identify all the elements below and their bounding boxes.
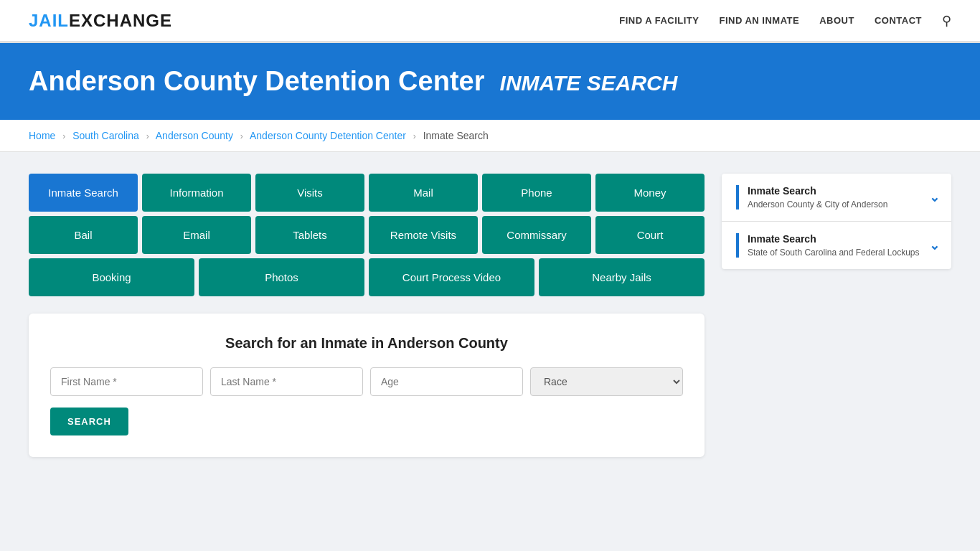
page-title: Anderson County Detention Center INMATE … [29,66,951,97]
btn-nearby-jails[interactable]: Nearby Jails [539,258,705,296]
logo-exchange: EXCHANGE [69,11,172,30]
sidebar-item-anderson-content: Inmate Search Anderson County & City of … [736,185,887,209]
race-select[interactable]: Race All White Black Hispanic Asian Othe… [530,367,683,396]
chevron-down-icon: ⌄ [929,189,940,205]
age-input[interactable] [370,367,523,396]
sidebar-item-sc-sub: State of South Carolina and Federal Lock… [748,248,919,258]
btn-visits[interactable]: Visits [255,174,364,212]
breadcrumb-sep-4: › [413,131,416,141]
btn-money[interactable]: Money [595,174,705,212]
sidebar-item-sc-title: Inmate Search [748,233,919,245]
breadcrumb-facility[interactable]: Anderson County Detention Center [250,130,406,141]
btn-tablets[interactable]: Tablets [255,216,364,254]
btn-email[interactable]: Email [142,216,251,254]
breadcrumb-current: Inmate Search [423,130,489,141]
btn-bail[interactable]: Bail [29,216,138,254]
chevron-down-icon-2: ⌄ [929,237,940,253]
sidebar-card: Inmate Search Anderson County & City of … [722,174,951,269]
sidebar-item-anderson[interactable]: Inmate Search Anderson County & City of … [722,174,951,222]
btn-photos[interactable]: Photos [199,258,364,296]
nav-contact[interactable]: CONTACT [875,15,922,26]
nav-find-inmate[interactable]: FIND AN INMATE [719,15,799,26]
breadcrumb-anderson-county[interactable]: Anderson County [156,130,233,141]
sidebar-item-anderson-sub: Anderson County & City of Anderson [748,199,887,209]
page-title-main: Anderson County Detention Center [29,66,484,96]
nav-buttons-grid: Inmate Search Information Visits Mail Ph… [29,174,705,296]
search-form-row: Race All White Black Hispanic Asian Othe… [50,367,683,396]
breadcrumb-home[interactable]: Home [29,130,55,141]
right-sidebar: Inmate Search Anderson County & City of … [722,174,951,269]
site-logo[interactable]: JAILEXCHANGE [29,11,172,31]
search-icon[interactable]: ⚲ [942,13,951,29]
btn-court-process-video[interactable]: Court Process Video [369,258,534,296]
search-form-title: Search for an Inmate in Anderson County [50,335,683,352]
sidebar-item-sc-federal[interactable]: Inmate Search State of South Carolina an… [722,222,951,269]
btn-inmate-search[interactable]: Inmate Search [29,174,138,212]
main-nav: FIND A FACILITY FIND AN INMATE ABOUT CON… [619,13,951,29]
btn-remote-visits[interactable]: Remote Visits [369,216,478,254]
main-content: Inmate Search Information Visits Mail Ph… [0,152,980,479]
sidebar-item-anderson-title: Inmate Search [748,185,887,197]
btn-court[interactable]: Court [595,216,705,254]
logo-jail: JAIL [29,11,69,30]
btn-phone[interactable]: Phone [482,174,591,212]
site-header: JAILEXCHANGE FIND A FACILITY FIND AN INM… [0,0,980,43]
btn-booking[interactable]: Booking [29,258,194,296]
sidebar-item-sc-content: Inmate Search State of South Carolina an… [736,233,919,258]
first-name-input[interactable] [50,367,203,396]
breadcrumb-sep-3: › [240,131,243,141]
btn-mail[interactable]: Mail [369,174,478,212]
hero-banner: Anderson County Detention Center INMATE … [0,43,980,120]
search-button[interactable]: SEARCH [50,408,128,435]
inmate-search-form: Search for an Inmate in Anderson County … [29,314,705,457]
breadcrumb-sc[interactable]: South Carolina [72,130,139,141]
page-title-italic: INMATE SEARCH [500,71,678,95]
breadcrumb: Home › South Carolina › Anderson County … [0,120,980,152]
nav-about[interactable]: ABOUT [819,15,854,26]
btn-commissary[interactable]: Commissary [482,216,591,254]
last-name-input[interactable] [210,367,363,396]
left-column: Inmate Search Information Visits Mail Ph… [29,174,705,457]
btn-information[interactable]: Information [142,174,251,212]
breadcrumb-sep-2: › [146,131,149,141]
nav-find-facility[interactable]: FIND A FACILITY [619,15,699,26]
breadcrumb-sep-1: › [62,131,65,141]
